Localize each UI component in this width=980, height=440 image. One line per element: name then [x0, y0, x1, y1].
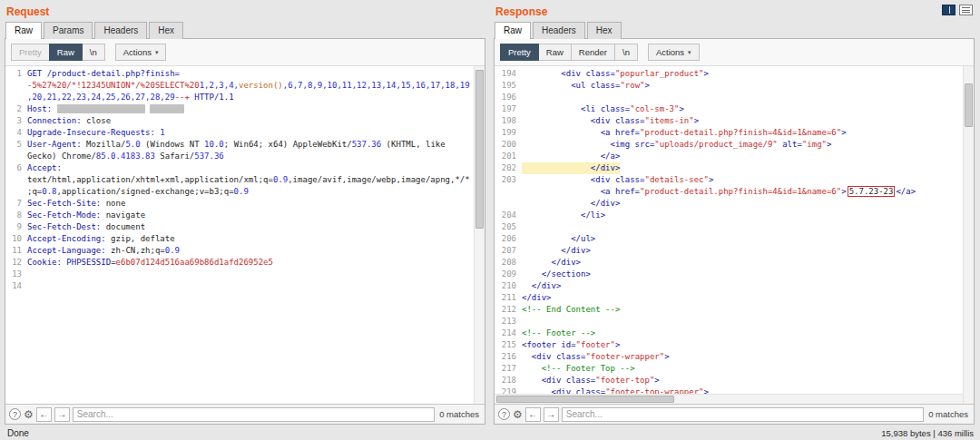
- code-line: 196: [495, 92, 963, 103]
- line-number: 204: [495, 210, 522, 221]
- search-next-button[interactable]: →: [544, 407, 559, 422]
- line-number: 213: [495, 316, 522, 328]
- line-number: 212: [495, 304, 522, 316]
- scrollbar-thumb[interactable]: [965, 83, 973, 127]
- request-actions-button[interactable]: Actions ▾: [115, 44, 167, 61]
- search-next-button[interactable]: →: [54, 407, 70, 422]
- code-line: 210 </div>: [495, 280, 963, 292]
- line-number: 215: [495, 339, 522, 351]
- line-number: [495, 186, 522, 198]
- code-line: 2Host:: [5, 103, 474, 115]
- code-line: ,20,21,22,23,24,25,26,27,28,29--+ HTTP/1…: [5, 92, 474, 103]
- help-icon[interactable]: ?: [9, 408, 21, 420]
- line-number: 3: [5, 115, 27, 127]
- tab-headers[interactable]: Headers: [94, 22, 147, 39]
- line-number: 13: [5, 269, 27, 280]
- request-tabs: RawParamsHeadersHex: [5, 22, 485, 39]
- code-line: 203 <div class="details-sec">: [495, 174, 963, 186]
- line-number: 1: [5, 68, 27, 80]
- line-number: 7: [5, 198, 27, 210]
- request-search-bar: ? ⚙ ← → 0 matches: [5, 404, 485, 424]
- code-line: 206 </ul>: [495, 233, 963, 245]
- layout-menu-icon[interactable]: [959, 5, 973, 15]
- redacted-text: [150, 104, 184, 113]
- mode-button-raw[interactable]: Raw: [538, 44, 572, 61]
- response-mode-bar: PrettyRawRender\n Actions ▾: [495, 39, 974, 66]
- line-number: 4: [5, 127, 27, 139]
- request-code-area[interactable]: 1GET /product-detail.php?finish=-5%27%20…: [5, 66, 485, 404]
- line-number: 14: [5, 280, 27, 292]
- chevron-down-icon: ▾: [155, 49, 159, 56]
- response-search-input[interactable]: [562, 407, 924, 422]
- mode-button-raw[interactable]: Raw: [49, 44, 83, 61]
- response-code-area[interactable]: 194 <div class="popurlar_product">195 <u…: [495, 66, 974, 404]
- line-number: 217: [495, 363, 522, 375]
- message-editor-split: Request RawParamsHeadersHex PrettyRaw\n …: [5, 4, 975, 425]
- code-line: 13: [5, 269, 474, 280]
- request-vertical-scrollbar[interactable]: [474, 66, 485, 404]
- tab-hex[interactable]: Hex: [149, 22, 183, 39]
- code-line: 1GET /product-detail.php?finish=: [5, 68, 474, 80]
- code-line: 201 </a>: [495, 151, 963, 162]
- scrollbar-thumb[interactable]: [496, 396, 674, 403]
- request-editor: PrettyRaw\n Actions ▾ 1GET /product-deta…: [5, 38, 485, 425]
- code-line: 12Cookie: PHPSESSID=e6b07d124d516aa69b86…: [5, 257, 474, 269]
- layout-split-icon[interactable]: [942, 5, 956, 15]
- search-prev-button[interactable]: ←: [36, 407, 52, 422]
- request-actions-label: Actions: [123, 47, 152, 57]
- line-number: [5, 151, 27, 162]
- code-line: 11Accept-Language: zh-CN,zh;q=0.9: [5, 245, 474, 257]
- mode-button-render[interactable]: Render: [571, 44, 615, 61]
- line-number: 9: [5, 221, 27, 233]
- response-vertical-scrollbar[interactable]: [963, 66, 974, 404]
- request-panel-title: Request: [5, 4, 485, 22]
- request-search-input[interactable]: [73, 407, 435, 422]
- gear-icon[interactable]: ⚙: [24, 409, 34, 420]
- gear-icon[interactable]: ⚙: [513, 409, 523, 420]
- scrollbar-thumb[interactable]: [475, 70, 484, 229]
- line-number: 210: [495, 280, 522, 292]
- code-line: 7Sec-Fetch-Site: none: [5, 198, 474, 210]
- mode-button-pretty[interactable]: Pretty: [11, 44, 50, 61]
- code-line: 218 <div class="footer-top">: [495, 375, 963, 386]
- mode-button-n[interactable]: \n: [82, 44, 105, 61]
- code-line: 202 </div>: [495, 162, 963, 174]
- line-number: 206: [495, 233, 522, 245]
- response-actions-button[interactable]: Actions ▾: [648, 44, 700, 61]
- code-line: 199 <a href="product-detail.php?finish=4…: [495, 127, 963, 139]
- line-number: 195: [495, 80, 522, 92]
- line-number: 205: [495, 221, 522, 233]
- code-line: 195 <ul class="row">: [495, 80, 963, 92]
- code-line: 204 </li>: [495, 210, 963, 221]
- line-number: 209: [495, 269, 522, 280]
- code-line: 9Sec-Fetch-Dest: document: [5, 221, 474, 233]
- tab-raw[interactable]: Raw: [5, 22, 42, 39]
- help-icon[interactable]: ?: [498, 408, 510, 420]
- tab-raw[interactable]: Raw: [495, 22, 531, 39]
- code-line: 211</div>: [495, 292, 963, 304]
- response-panel: Response RawHeadersHex PrettyRawRender\n…: [494, 4, 975, 425]
- code-line: <a href="product-detail.php?finish=4&id=…: [495, 186, 963, 198]
- code-line: 194 <div class="popurlar_product">: [495, 68, 963, 80]
- search-prev-button[interactable]: ←: [525, 407, 541, 422]
- code-line: 212<!-- End Content -->: [495, 304, 963, 316]
- response-search-matches: 0 matches: [926, 409, 970, 419]
- line-number: 211: [495, 292, 522, 304]
- mode-button-pretty[interactable]: Pretty: [500, 44, 539, 61]
- layout-controls: [942, 5, 973, 15]
- mode-button-n[interactable]: \n: [614, 44, 638, 61]
- response-tabs: RawHeadersHex: [494, 22, 975, 39]
- request-search-matches: 0 matches: [437, 409, 481, 419]
- code-line: 208 </div>: [495, 257, 963, 269]
- code-line: 216 <div class="footer-wrapper">: [495, 351, 963, 363]
- request-mode-bar: PrettyRaw\n Actions ▾: [5, 39, 485, 66]
- tab-headers[interactable]: Headers: [533, 22, 585, 39]
- response-title-text: Response: [495, 5, 547, 18]
- code-line: 10Accept-Encoding: gzip, deflate: [5, 233, 474, 245]
- tab-hex[interactable]: Hex: [587, 22, 622, 39]
- code-line: Gecko) Chrome/85.0.4183.83 Safari/537.36: [5, 151, 474, 162]
- tab-params[interactable]: Params: [44, 22, 93, 39]
- response-horizontal-scrollbar[interactable]: [495, 394, 963, 404]
- line-number: 207: [495, 245, 522, 257]
- request-mode-buttons: PrettyRaw\n: [11, 44, 104, 61]
